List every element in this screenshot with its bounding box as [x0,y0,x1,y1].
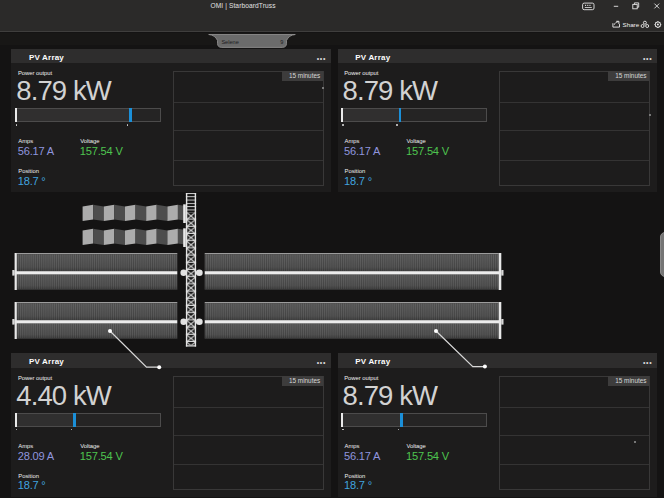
svg-text:Selene: Selene [221,39,238,45]
svg-text:9: 9 [280,39,283,45]
